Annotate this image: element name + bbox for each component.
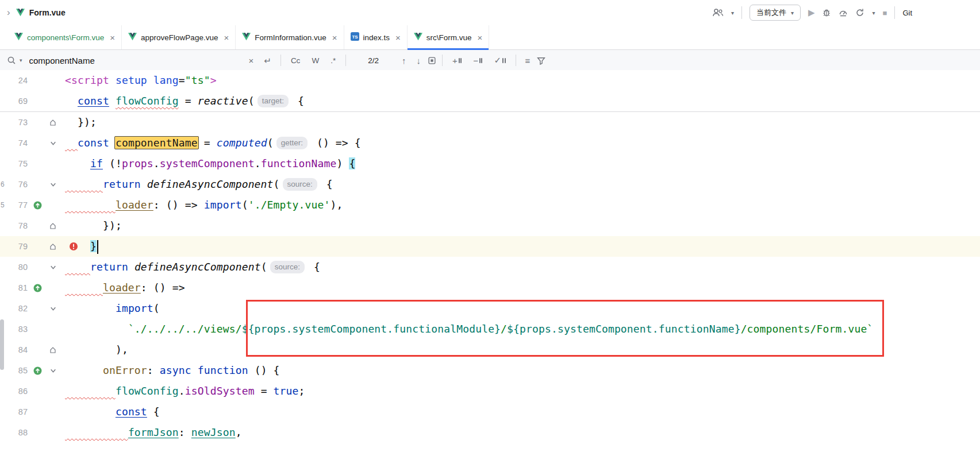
close-tab-icon[interactable]: ×	[110, 33, 115, 42]
next-match-icon[interactable]: ↓	[413, 56, 424, 65]
search-history-chevron-icon[interactable]: ▾	[20, 57, 22, 63]
line-number[interactable]: 74	[0, 138, 28, 148]
fold-region-icon[interactable]	[46, 264, 60, 271]
line-number[interactable]: 84	[0, 345, 28, 354]
code-line-84: 84 ),	[0, 339, 980, 360]
tab-index-ts[interactable]: TSindex.ts×	[344, 25, 408, 49]
select-all-matches-icon[interactable]	[428, 56, 436, 65]
code-text[interactable]: loader: () => import('./Empty.vue'),	[65, 195, 980, 215]
gutter: 69	[0, 91, 65, 111]
code-text[interactable]: loader: () =>	[65, 277, 980, 298]
tab-approveflowpage-vue[interactable]: approveFlowPage.vue×	[122, 25, 236, 49]
line-number[interactable]: 81	[0, 283, 28, 292]
code-token	[147, 74, 153, 86]
line-number[interactable]: 83	[0, 325, 28, 334]
left-edge-scrollbar[interactable]	[0, 319, 4, 370]
close-tab-icon[interactable]: ×	[395, 33, 401, 42]
line-number[interactable]: 80	[0, 262, 28, 272]
code-text[interactable]: return defineAsyncComponent(source: {	[65, 257, 980, 277]
run-config-label: 当前文件	[756, 7, 786, 18]
code-text[interactable]: }	[65, 236, 980, 257]
rerun-icon[interactable]	[855, 8, 864, 17]
error-icon	[69, 242, 78, 251]
run-config-selector[interactable]: 当前文件 ▾	[750, 5, 801, 21]
line-number[interactable]: 73	[0, 118, 28, 127]
line-number[interactable]: 86	[0, 387, 28, 396]
line-number[interactable]: 24	[0, 76, 28, 85]
multiline-search-icon[interactable]: ↵	[260, 56, 275, 65]
line-number[interactable]: 79	[0, 242, 28, 251]
close-tab-icon[interactable]: ×	[478, 33, 483, 42]
code-text[interactable]: if (!props.systemComponent.functionName)…	[65, 153, 980, 174]
find-input[interactable]	[28, 55, 242, 66]
code-token: async	[160, 364, 191, 376]
code-token: /components/Form.vue`	[741, 323, 874, 335]
line-number[interactable]: 87	[0, 407, 28, 416]
tab-src-form-vue[interactable]: src\Form.vue×	[408, 25, 490, 49]
fold-end-icon[interactable]	[46, 346, 60, 354]
collaboration-icon[interactable]	[712, 8, 724, 17]
code-text[interactable]: ),	[65, 339, 980, 360]
add-occurrence-icon[interactable]: +	[448, 56, 466, 65]
gutter: 79	[0, 236, 65, 257]
code-token: return	[103, 178, 141, 190]
fold-end-icon[interactable]	[46, 243, 60, 250]
indent-warning-squiggle	[65, 199, 116, 211]
code-text[interactable]: formJson: newJson,	[65, 422, 980, 443]
code-text[interactable]: <script setup lang="ts">	[65, 70, 980, 91]
line-number[interactable]: 69	[0, 96, 28, 106]
line-number[interactable]: 82	[0, 304, 28, 313]
code-text[interactable]: flowConfig.isOldSystem = true;	[65, 381, 980, 401]
code-token: import	[116, 302, 153, 314]
regex-toggle[interactable]: .*	[326, 55, 340, 66]
code-token: {	[308, 261, 320, 273]
main-menu-chevron-icon[interactable]: ›	[6, 7, 11, 18]
tab-components-form-vue[interactable]: components\Form.vue×	[8, 25, 122, 49]
git-menu[interactable]: Git	[902, 9, 912, 17]
code-editor[interactable]: 24<script setup lang="ts">69 const flowC…	[0, 70, 980, 471]
line-number[interactable]: 78	[0, 221, 28, 230]
clear-search-icon[interactable]: ×	[245, 56, 258, 65]
fold-end-icon[interactable]	[46, 119, 60, 126]
code-text[interactable]: return defineAsyncComponent(source: {	[65, 174, 980, 195]
fold-region-icon[interactable]	[46, 305, 60, 312]
code-text[interactable]: `./../../../views/${props.systemComponen…	[65, 319, 980, 339]
fold-region-icon[interactable]	[46, 140, 60, 147]
usage-marker-icon[interactable]	[29, 366, 46, 375]
code-token: "ts"	[185, 74, 210, 86]
stop-icon[interactable]: ■	[883, 9, 887, 17]
close-tab-icon[interactable]: ×	[224, 33, 229, 42]
debug-icon[interactable]	[822, 8, 831, 17]
run-icon[interactable]: ▶	[808, 7, 815, 18]
code-text[interactable]: import(	[65, 298, 980, 319]
code-text[interactable]: });	[65, 112, 980, 133]
select-occurrences-icon[interactable]: ✓	[490, 55, 509, 65]
profiler-icon[interactable]	[839, 8, 848, 17]
filter-results-icon[interactable]	[537, 56, 545, 65]
close-tab-icon[interactable]: ×	[332, 33, 337, 42]
whole-words-toggle[interactable]: W	[308, 55, 323, 66]
fold-region-icon[interactable]	[46, 367, 60, 375]
tab-forminformation-vue[interactable]: FormInformation.vue×	[236, 25, 344, 49]
previous-match-icon[interactable]: ↑	[398, 56, 410, 65]
remove-occurrence-icon[interactable]: −	[469, 56, 486, 65]
code-token: ${props.systemComponent.functionalModule…	[242, 323, 501, 335]
code-text[interactable]: onError: async function () {	[65, 360, 980, 381]
code-text[interactable]: const flowConfig = reactive(target: {	[65, 91, 980, 111]
code-token: ),	[330, 199, 343, 211]
match-case-toggle[interactable]: Cc	[287, 55, 305, 66]
line-number[interactable]: 88	[0, 428, 28, 437]
fold-end-icon[interactable]	[46, 222, 60, 230]
code-token	[191, 364, 198, 376]
code-text[interactable]: });	[65, 215, 980, 236]
usage-marker-icon[interactable]	[29, 201, 46, 210]
code-text[interactable]: const {	[65, 401, 980, 422]
filter-lines-icon[interactable]: ≡	[522, 56, 534, 65]
usage-marker-icon[interactable]	[29, 284, 46, 292]
line-number[interactable]: 85	[0, 366, 28, 375]
code-token: =	[179, 95, 198, 107]
code-text[interactable]: const componentName = computed(getter: (…	[65, 133, 980, 153]
fold-region-icon[interactable]	[46, 181, 60, 188]
indent-warning-squiggle	[65, 178, 103, 190]
line-number[interactable]: 75	[0, 159, 28, 168]
